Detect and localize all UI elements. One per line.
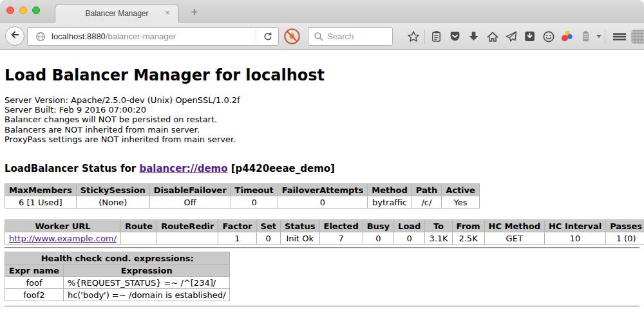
column-header: RouteRedir [157, 220, 218, 232]
worker-row: http://www.example.com/ 1 0 Init Ok 7 0 … [5, 232, 644, 245]
send-icon[interactable] [502, 27, 520, 46]
health-check-table: Health check cond. expressions: Expr nam… [5, 252, 230, 301]
column-header: To [425, 220, 452, 232]
column-header: Set [256, 220, 280, 232]
window-controls [6, 6, 40, 14]
method-cell: bytraffic [368, 196, 412, 209]
back-button[interactable] [5, 26, 24, 46]
from-cell: 2.5K [452, 232, 484, 245]
column-header: Expr name [5, 265, 64, 277]
proxypass-notice-line: ProxyPass settings are NOT inherited fro… [5, 135, 639, 144]
column-header: HC Method [484, 220, 544, 232]
video-download-icon[interactable] [520, 27, 539, 46]
url-path: /balancer-manager [106, 32, 176, 41]
disablefailover-cell: Off [149, 196, 231, 209]
routeredir-cell [157, 232, 218, 245]
expr-name-cell: foof [5, 277, 64, 289]
factor-cell: 1 [218, 232, 256, 245]
close-tab-icon[interactable]: × [163, 8, 172, 17]
elected-cell: 7 [319, 232, 363, 245]
inherit-notice-line: Balancers are NOT inherited from main se… [5, 125, 639, 135]
server-version-line: Server Version: Apache/2.5.0-dev (Unix) … [5, 95, 639, 105]
set-cell: 0 [256, 232, 280, 245]
pocket-icon[interactable] [446, 27, 464, 46]
table-header-row: Worker URL Route RouteRedir Factor Set S… [5, 220, 644, 232]
tab-bar: Balancer Manager × + [0, 0, 644, 23]
expr-name-cell: foof2 [5, 289, 64, 301]
active-cell: Yes [442, 196, 480, 209]
column-header: Path [412, 184, 441, 196]
chat-smiley-icon[interactable] [539, 27, 558, 46]
search-icon [314, 32, 323, 41]
load-cell: 0 [394, 232, 425, 245]
worker-url-cell: http://www.example.com/ [5, 232, 121, 245]
reload-button[interactable] [256, 28, 278, 45]
search-bar [308, 27, 393, 46]
column-header: Status [280, 220, 319, 232]
column-header: StickySession [76, 184, 149, 196]
grid-extension-icon[interactable] [631, 30, 644, 46]
to-cell: 3.1K [425, 232, 452, 245]
page-title: Load Balancer Manager for localhost [5, 66, 639, 84]
column-header: FailoverAttempts [278, 184, 368, 196]
column-header: Timeout [231, 184, 278, 196]
downloads-icon[interactable] [464, 27, 483, 46]
home-icon[interactable] [483, 27, 502, 46]
page-content: Load Balancer Manager for localhost Serv… [0, 51, 644, 316]
busy-cell: 0 [363, 232, 393, 245]
zoom-window-button[interactable] [32, 6, 40, 14]
noscript-battery-icon[interactable] [576, 27, 595, 46]
table-row: foof %{REQUEST_STATUS} =~ /^[234]/ [5, 277, 230, 289]
column-header: From [452, 220, 484, 232]
column-header: Load [394, 220, 425, 232]
bookmark-star-icon[interactable] [404, 27, 422, 46]
table-header-row: Expr name Expression [5, 265, 230, 277]
clipboard-icon[interactable] [427, 27, 446, 46]
status-cell: Init Ok [280, 232, 319, 245]
url-bar[interactable]: localhost:8880/balancer-manager [27, 27, 279, 46]
worker-url-link[interactable]: http://www.example.com/ [9, 234, 117, 243]
close-window-button[interactable] [6, 6, 14, 14]
menu-icon[interactable] [610, 27, 629, 46]
toolbar-separator [424, 30, 425, 44]
navigation-toolbar: localhost:8880/balancer-manager [0, 23, 644, 50]
chevron-down-icon[interactable] [596, 35, 601, 38]
server-built-line: Server Built: Feb 9 2016 07:00:20 [5, 105, 639, 115]
column-header: Method [368, 184, 412, 196]
minimize-window-button[interactable] [19, 6, 27, 14]
tab-balancer-manager[interactable]: Balancer Manager × [55, 4, 179, 23]
toolbar-icons [404, 23, 629, 50]
health-table-title: Health check cond. expressions: [5, 252, 230, 265]
column-header: DisableFailover [149, 184, 231, 196]
stickysession-cell: (None) [76, 196, 149, 209]
path-cell: /c/ [412, 196, 441, 209]
url-domain: localhost:8880 [52, 32, 106, 41]
balancer-settings-table: MaxMembers StickySession DisableFailover… [5, 183, 480, 209]
hc-method-cell: GET [484, 232, 544, 245]
maxmembers-cell: 6 [1 Used] [5, 196, 77, 209]
column-header: Busy [363, 220, 393, 232]
column-header: Worker URL [5, 220, 121, 232]
url-text: localhost:8880/balancer-manager [52, 32, 256, 41]
balancer-demo-link[interactable]: balancer://demo [139, 163, 227, 174]
globe-icon [35, 32, 46, 42]
persist-notice-line: Balancer changes will NOT be persisted o… [5, 115, 639, 124]
browser-window: Balancer Manager × + localhost:8880/bala… [0, 0, 644, 316]
blocked-plugin-icon[interactable] [283, 28, 301, 45]
failoverattempts-cell: 0 [278, 196, 368, 209]
search-input[interactable] [327, 32, 392, 41]
heading-prefix: LoadBalancer Status for [5, 163, 139, 174]
heading-suffix: [p4420eeae_demo] [228, 163, 335, 174]
section-divider [5, 247, 639, 248]
page-bottom-divider [5, 306, 639, 307]
route-cell [120, 232, 156, 245]
new-tab-button[interactable]: + [187, 5, 202, 20]
passes-cell: 1 (0) [606, 232, 644, 245]
balancer-status-heading: LoadBalancer Status for balancer://demo … [5, 163, 639, 174]
table-row: foof2 hc('body') =~ /domain is establish… [5, 289, 230, 301]
hc-interval-cell: 10 [544, 232, 605, 245]
toolbar-separator [605, 30, 605, 44]
colors-extension-icon[interactable] [558, 27, 576, 46]
tab-title: Balancer Manager [85, 9, 148, 18]
back-arrow-icon [10, 30, 20, 42]
